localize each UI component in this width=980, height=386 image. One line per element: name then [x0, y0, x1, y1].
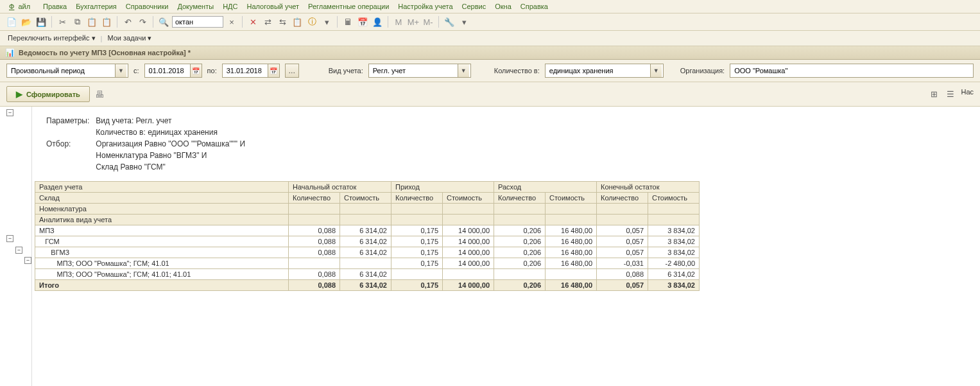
cut-icon[interactable]: ✂: [56, 15, 69, 28]
acct-type-label: Вид учета:: [329, 67, 363, 75]
qty-in-combo[interactable]: ▼: [545, 64, 664, 78]
calendar-icon[interactable]: 📅: [268, 64, 279, 77]
menu-directories[interactable]: Справочники: [122, 1, 173, 12]
header-row-4: Аналитика вида учета: [35, 215, 700, 225]
new-icon[interactable]: 📄: [5, 15, 18, 28]
acct-type-combo[interactable]: ▼: [368, 64, 471, 78]
switch-interface[interactable]: Переключить интерфейс ▾: [5, 33, 98, 44]
menu-taxacct[interactable]: Налоговый учет: [243, 1, 303, 12]
play-icon: ▶: [16, 89, 22, 99]
menu-setupacct[interactable]: Настройка учета: [394, 1, 456, 12]
period-picker-button[interactable]: …: [285, 64, 299, 78]
chevron-down-icon[interactable]: ▼: [458, 64, 469, 77]
menu-nds[interactable]: НДС: [219, 1, 241, 12]
tb-icon-1[interactable]: ✕: [246, 15, 259, 28]
undo-icon[interactable]: ↶: [121, 15, 134, 28]
window-title: Ведомость по учету МПЗ [Основная настрой…: [19, 49, 191, 57]
dropdown-icon[interactable]: ▾: [320, 15, 333, 28]
action-bar: ▶ Сформировать 🖶 ⊞ ☰ Нас: [0, 82, 980, 107]
search-input[interactable]: [172, 16, 223, 28]
open-icon[interactable]: 📂: [20, 15, 33, 28]
info-icon[interactable]: ⓘ: [305, 15, 318, 28]
date-to[interactable]: 📅: [222, 64, 280, 78]
nas-label[interactable]: Нас: [961, 88, 974, 101]
clipboard-icon[interactable]: 📋: [100, 15, 113, 28]
report-icon: 📊: [5, 48, 15, 57]
window-titlebar: 📊 Ведомость по учету МПЗ [Основная настр…: [0, 46, 980, 60]
header-row-3: Номенклатура: [35, 204, 700, 215]
save-icon[interactable]: 💾: [35, 15, 47, 28]
menubar: Файл Правка Бухгалтерия Справочники Доку…: [0, 0, 980, 13]
menu-documents[interactable]: Документы: [173, 1, 218, 12]
from-label: с:: [133, 67, 139, 75]
settings-icon[interactable]: 🔧: [443, 15, 456, 28]
calendar-icon[interactable]: 📅: [190, 64, 202, 77]
search-clear-icon[interactable]: ×: [225, 15, 238, 28]
tb-icon-2[interactable]: ⇄: [261, 15, 274, 28]
qty-in-label: Количество в:: [494, 67, 540, 75]
menu-windows[interactable]: Окна: [491, 1, 515, 12]
calc-icon[interactable]: 🖩: [341, 15, 354, 28]
m-plus-icon[interactable]: M+: [407, 15, 420, 28]
table-icon[interactable]: ⊞: [927, 88, 940, 101]
dropdown2-icon[interactable]: ▾: [458, 15, 470, 28]
run-button[interactable]: ▶ Сформировать: [6, 86, 90, 102]
copy-icon[interactable]: ⧉: [71, 15, 83, 28]
table-row[interactable]: ГСМ0,0886 314,020,17514 000,000,20616 48…: [35, 236, 700, 247]
main-toolbar: 📄 📂 💾 ✂ ⧉ 📋 📋 ↶ ↷ 🔍 × ✕ ⇄ ⇆ 📋 ⓘ ▾ 🖩 📅 👤 …: [0, 13, 980, 31]
header-row-2: Склад КоличествоСтоимость КоличествоСтои…: [35, 193, 700, 204]
table-row[interactable]: ВГМЗ0,0886 314,020,17514 000,000,20616 4…: [35, 247, 700, 258]
parameters-block: Параметры:Вид учета: Регл. учет Количест…: [32, 107, 980, 179]
menu-service[interactable]: Сервис: [458, 1, 490, 12]
report-content: − − − − Параметры:Вид учета: Регл. учет …: [0, 107, 980, 386]
menu-accounting[interactable]: Бухгалтерия: [72, 1, 121, 12]
tb-icon-3[interactable]: ⇆: [276, 15, 289, 28]
m-icon[interactable]: M: [392, 15, 405, 28]
tb-icon-4[interactable]: 📋: [291, 15, 304, 28]
my-tasks[interactable]: Мои задачи ▾: [105, 33, 154, 44]
redo-icon[interactable]: ↷: [136, 15, 149, 28]
tree-collapse-button[interactable]: −: [24, 257, 31, 264]
person-icon[interactable]: 👤: [371, 15, 384, 28]
date-from[interactable]: 📅: [144, 64, 202, 78]
calendar-icon[interactable]: 📅: [356, 15, 369, 28]
print-icon[interactable]: 🖶: [95, 89, 104, 100]
total-row: Итого 0,0886 314,02 0,17514 000,00 0,206…: [35, 280, 700, 291]
menu-edit[interactable]: Правка: [39, 1, 71, 12]
header-row-1: Раздел учета Начальный остаток Приход Ра…: [35, 182, 700, 193]
secondary-toolbar: Переключить интерфейс ▾ | Мои задачи ▾: [0, 31, 980, 46]
table-row[interactable]: МПЗ; ООО "Ромашка"; ГСМ; 41.01; 41.010,0…: [35, 269, 700, 280]
chevron-down-icon[interactable]: ▼: [650, 64, 662, 77]
tree-collapse-button[interactable]: −: [15, 247, 22, 254]
org-combo[interactable]: [730, 64, 974, 78]
menu-help[interactable]: Справка: [517, 1, 552, 12]
data-table: Раздел учета Начальный остаток Приход Ра…: [35, 181, 700, 291]
list-icon[interactable]: ☰: [944, 88, 957, 101]
tree-collapse-button[interactable]: −: [6, 235, 13, 242]
table-row[interactable]: МПЗ0,0886 314,020,17514 000,000,20616 48…: [35, 225, 700, 236]
org-label: Организация:: [680, 67, 725, 75]
chevron-down-icon[interactable]: ▼: [115, 64, 126, 77]
filter-bar: ▼ с: 📅 по: 📅 … Вид учета: ▼ Количество в…: [0, 60, 980, 82]
table-row[interactable]: МПЗ; ООО "Ромашка"; ГСМ; 41.010,17514 00…: [35, 258, 700, 269]
menu-regops[interactable]: Регламентные операции: [304, 1, 393, 12]
paste-icon[interactable]: 📋: [85, 15, 98, 28]
period-type-combo[interactable]: ▼: [6, 64, 128, 78]
tree-gutter: − − − −: [0, 107, 32, 386]
search-icon[interactable]: 🔍: [157, 15, 170, 28]
menu-file[interactable]: Файл: [5, 1, 38, 12]
m-minus-icon[interactable]: M-: [422, 15, 434, 28]
tree-collapse-button[interactable]: −: [6, 109, 13, 116]
to-label: по:: [207, 67, 217, 75]
report-body: Параметры:Вид учета: Регл. учет Количест…: [32, 107, 980, 386]
